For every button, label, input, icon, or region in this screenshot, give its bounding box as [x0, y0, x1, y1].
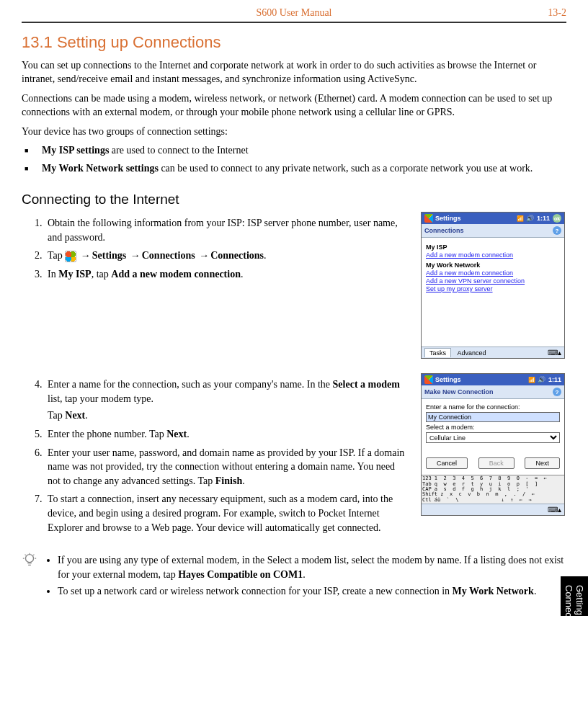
svg-point-0 — [26, 555, 34, 563]
cancel-button[interactable]: Cancel — [426, 457, 468, 469]
intro-para-1: You can set up connections to the Intern… — [22, 59, 566, 86]
sip-icon[interactable]: ⌨▴ — [548, 349, 561, 357]
sip-icon[interactable]: ⌨▴ — [548, 506, 561, 514]
group-isp-label: My ISP settings — [42, 145, 109, 156]
intro-para-2: Connections can be made using a modem, w… — [22, 92, 566, 120]
pda1-isp-link[interactable]: Add a new modem connection — [426, 251, 560, 259]
back-button: Back — [478, 457, 514, 469]
side-tab-getting-connected: Getting Connected — [561, 576, 588, 616]
tip-2: To set up a network card or wireless net… — [58, 584, 566, 599]
pda2-subheader: Make New Connection — [424, 388, 494, 395]
screenshot-make-new-connection: Settings 📶 🔊 1:11 Make New Connection ? … — [421, 373, 565, 516]
on-screen-keyboard[interactable]: 123 1 2 3 4 5 6 7 8 9 0 - = ← Tab q w e … — [422, 475, 564, 504]
connection-name-input[interactable] — [426, 412, 560, 422]
signal-icon: 📶 — [528, 377, 535, 383]
pda1-app-title: Settings — [435, 215, 461, 222]
subhead-connecting: Connecting to the Internet — [22, 192, 566, 207]
pda1-time: 1:11 — [537, 215, 550, 222]
section-title: 13.1 Setting up Connections — [22, 33, 566, 52]
pda2-time: 1:11 — [548, 376, 561, 383]
step-6: Enter your user name, password, and doma… — [45, 446, 409, 488]
select-modem[interactable]: Cellular Line — [426, 432, 560, 443]
pda1-tab-advanced[interactable]: Advanced — [453, 349, 491, 357]
speaker-icon: 🔊 — [526, 215, 534, 222]
group-item-work: My Work Network settings can be used to … — [35, 162, 566, 176]
screenshot-connections: Settings 📶 🔊 1:11 ok Connections ? My IS… — [421, 212, 565, 359]
pda1-subheader: Connections — [424, 227, 464, 234]
group-work-label: My Work Network settings — [42, 163, 159, 174]
group-item-isp: My ISP settings are used to connect to t… — [35, 144, 566, 158]
pda1-work-link-1[interactable]: Add a new modem connection — [426, 269, 560, 277]
pda1-tab-tasks[interactable]: Tasks — [424, 348, 451, 357]
header-center: S600 User Manual — [65, 7, 523, 19]
speaker-icon: 🔊 — [538, 376, 545, 383]
pda1-work-link-3[interactable]: Set up my proxy server — [426, 285, 560, 292]
help-icon: ? — [553, 226, 561, 235]
ok-icon: ok — [553, 214, 561, 223]
signal-icon: 📶 — [517, 215, 523, 222]
step-7: To start a connection, insert any necess… — [45, 492, 409, 535]
pda2-app-title: Settings — [435, 376, 461, 383]
pda1-work-link-2[interactable]: Add a new VPN server connection — [426, 277, 560, 285]
step-4: Enter a name for the connection, such as… — [45, 377, 409, 423]
next-button[interactable]: Next — [525, 457, 560, 469]
pda1-isp-label: My ISP — [426, 243, 560, 251]
tip-1: If you are using any type of external mo… — [58, 553, 566, 581]
step-5: Enter the phone number. Tap Next. — [45, 427, 409, 442]
intro-para-3: Your device has two groups of connection… — [22, 125, 566, 139]
step-1: Obtain the following information from yo… — [45, 216, 409, 244]
windows-logo-icon — [424, 375, 433, 384]
header-page: 13-2 — [523, 7, 566, 19]
step-3: In My ISP, tap Add a new modem connectio… — [45, 267, 409, 282]
pda2-label-modem: Select a modem: — [426, 424, 560, 431]
help-icon: ? — [553, 388, 561, 396]
step-2: Tap →Settings →Connections →Connections. — [45, 249, 409, 263]
pda2-label-name: Enter a name for the connection: — [426, 403, 560, 411]
pda1-work-label: My Work Network — [426, 262, 560, 269]
lightbulb-icon — [22, 550, 39, 602]
windows-logo-icon — [424, 214, 433, 223]
start-icon — [65, 251, 76, 262]
